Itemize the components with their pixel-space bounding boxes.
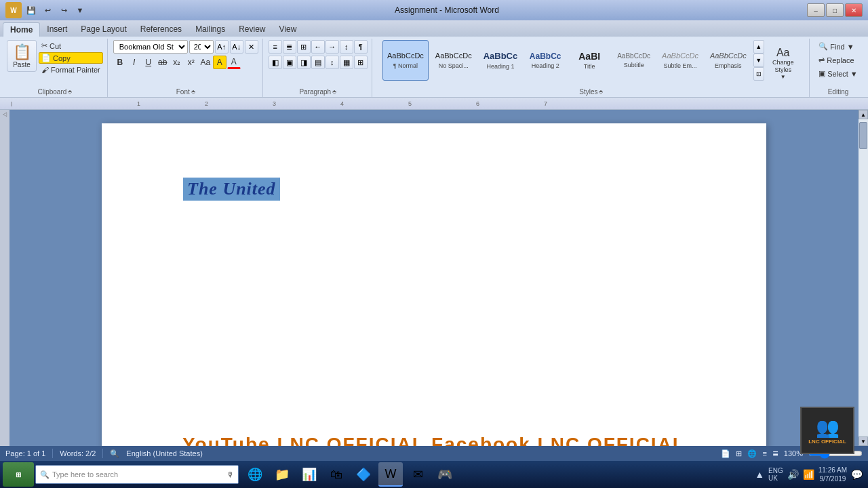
tab-references[interactable]: References	[134, 22, 189, 37]
font-size-select[interactable]: 20	[189, 40, 214, 54]
clipboard-expand-icon[interactable]: ⬘	[68, 89, 72, 95]
change-styles-button[interactable]: Aa ChangeStyles ▼	[766, 40, 800, 87]
align-right-btn[interactable]: ◨	[297, 56, 311, 69]
font-expand-icon[interactable]: ⬘	[191, 89, 195, 95]
select-button[interactable]: ▣ Select ▼	[815, 67, 861, 80]
restore-btn[interactable]: □	[826, 3, 844, 17]
document-area[interactable]: The United YouTube.LNC OFFICIAL Facebook…	[9, 110, 859, 446]
borders-btn[interactable]: ⊞	[354, 56, 368, 69]
language-indicator: English (United States)	[126, 449, 203, 458]
replace-button[interactable]: ⇌ Replace	[815, 54, 861, 66]
style-subtle-em[interactable]: AaBbCcDc Subtle Em...	[657, 40, 703, 81]
style-heading1[interactable]: AaBbCc Heading 1	[479, 40, 523, 81]
redo-quick-btn[interactable]: ↪	[57, 4, 71, 16]
taskbar-word-icon active[interactable]: W	[378, 462, 403, 487]
taskbar-store-icon[interactable]: 🛍	[324, 462, 349, 487]
bold-btn[interactable]: B	[113, 56, 127, 69]
page-indicator: Page: 1 of 1	[5, 449, 45, 458]
taskbar-explorer-icon[interactable]: 📁	[270, 462, 294, 487]
clock[interactable]: 11:26 AM 9/7/2019	[818, 466, 847, 483]
underline-btn[interactable]: U	[142, 56, 155, 69]
style-normal[interactable]: AaBbCcDc ¶ Normal	[382, 40, 429, 81]
scroll-up-btn[interactable]: ▲	[859, 110, 868, 119]
view-print-btn[interactable]: 📄	[721, 449, 730, 458]
case-btn[interactable]: Aa	[199, 56, 212, 69]
sort-btn[interactable]: ↕	[340, 40, 353, 54]
undo-quick-btn[interactable]: ↩	[41, 4, 54, 16]
justify-btn[interactable]: ▤	[311, 56, 325, 69]
format-painter-button[interactable]: 🖌 Format Painter	[39, 64, 103, 75]
decrease-indent-btn[interactable]: ←	[311, 40, 325, 54]
save-quick-btn[interactable]: 💾	[24, 4, 38, 16]
tab-page-layout[interactable]: Page Layout	[74, 22, 133, 37]
highlight-color-btn[interactable]: A	[213, 56, 226, 69]
taskbar-unknown2-icon[interactable]: 🎮	[433, 462, 457, 487]
ruler-mark-5: 5	[408, 100, 412, 107]
start-button[interactable]: ⊞	[3, 462, 34, 487]
scroll-thumb[interactable]	[859, 122, 867, 149]
clear-format-btn[interactable]: ✕	[245, 40, 258, 54]
style-emphasis[interactable]: AaBbCcDc Emphasis	[705, 40, 751, 81]
line-spacing-btn[interactable]: ↕	[326, 56, 339, 69]
close-btn[interactable]: ✕	[845, 3, 863, 17]
tab-home[interactable]: Home	[3, 22, 40, 37]
show-para-btn[interactable]: ¶	[354, 40, 368, 54]
qa-dropdown-btn[interactable]: ▼	[73, 4, 87, 16]
italic-btn[interactable]: I	[127, 56, 141, 69]
notifications-icon[interactable]: 💬	[851, 469, 863, 480]
styles-more-btn[interactable]: ⊡	[753, 67, 764, 81]
change-styles-label: ChangeStyles	[772, 59, 794, 74]
cut-button[interactable]: ✂ Cut	[39, 40, 103, 52]
volume-icon[interactable]: 🔊	[787, 469, 799, 480]
strikethrough-btn[interactable]: ab	[156, 56, 170, 69]
tab-review[interactable]: Review	[232, 22, 272, 37]
paragraph-content: ≡ ≣ ⊞ ← → ↕ ¶ ◧ ▣ ◨ ▤ ↕ ▦ ⊞	[269, 39, 368, 87]
tab-view[interactable]: View	[273, 22, 304, 37]
network-icon[interactable]: 📶	[803, 469, 814, 480]
paste-button[interactable]: 📋 Paste	[7, 40, 37, 72]
font-color-btn[interactable]: A	[227, 56, 241, 69]
tab-mailings[interactable]: Mailings	[189, 22, 232, 37]
styles-scroll-down-btn[interactable]: ▼	[753, 54, 764, 67]
font-name-select[interactable]: Bookman Old Style	[113, 40, 188, 54]
taskbar-unknown1-icon[interactable]: 🔷	[351, 462, 376, 487]
find-button[interactable]: 🔍 Find ▼	[815, 40, 861, 53]
up-arrow-icon[interactable]: ▲	[755, 469, 764, 480]
paragraph-expand-icon[interactable]: ⬘	[332, 89, 336, 95]
font-shrink-btn[interactable]: A↓	[230, 40, 243, 54]
style-title[interactable]: AaBI Title	[568, 40, 610, 81]
taskbar-ie-icon[interactable]: 🌐	[243, 462, 267, 487]
view-web-btn[interactable]: 🌐	[747, 449, 757, 458]
increase-indent-btn[interactable]: →	[326, 40, 339, 54]
minimize-btn[interactable]: –	[807, 3, 825, 17]
numbered-list-btn[interactable]: ≣	[283, 40, 296, 54]
style-subtitle[interactable]: AaBbCcDc Subtitle	[612, 40, 655, 81]
lnc-figures: 👥	[816, 416, 840, 439]
style-heading2[interactable]: AaBbCc Heading 2	[524, 40, 566, 81]
styles-scroll-up-btn[interactable]: ▲	[753, 40, 764, 54]
font-grow-btn[interactable]: A↑	[215, 40, 229, 54]
status-sep-1	[52, 449, 53, 458]
view-draft-btn[interactable]: ≣	[772, 449, 778, 458]
ruler-toggle-arrow[interactable]: ◁	[3, 111, 7, 117]
align-center-btn[interactable]: ▣	[283, 56, 296, 69]
taskbar-outlook-icon[interactable]: ✉	[406, 462, 430, 487]
view-fullscreen-btn[interactable]: ⊞	[736, 449, 742, 458]
bullets-btn[interactable]: ≡	[269, 40, 282, 54]
ribbon-tabs: Home Insert Page Layout References Maili…	[0, 20, 868, 37]
align-left-btn[interactable]: ◧	[269, 56, 282, 69]
view-outline-btn[interactable]: ≡	[762, 449, 766, 458]
tab-insert[interactable]: Insert	[40, 22, 74, 37]
taskbar-search[interactable]: 🔍 Type here to search 🎙	[35, 465, 239, 484]
style-no-spacing[interactable]: AaBbCcDc No Spaci...	[431, 40, 477, 81]
subscript-btn[interactable]: x₂	[170, 56, 184, 69]
left-ruler-toggle: ◁	[0, 110, 9, 446]
scroll-down-btn[interactable]: ▼	[859, 436, 868, 446]
copy-button[interactable]: 📄 Copy	[39, 52, 103, 64]
superscript-btn[interactable]: x²	[184, 56, 198, 69]
multilevel-btn[interactable]: ⊞	[297, 40, 311, 54]
search-icon: 🔍	[40, 470, 50, 479]
shading-btn[interactable]: ▦	[340, 56, 353, 69]
taskbar-excel-icon[interactable]: 📊	[297, 462, 321, 487]
styles-expand-icon[interactable]: ⬘	[599, 89, 603, 95]
